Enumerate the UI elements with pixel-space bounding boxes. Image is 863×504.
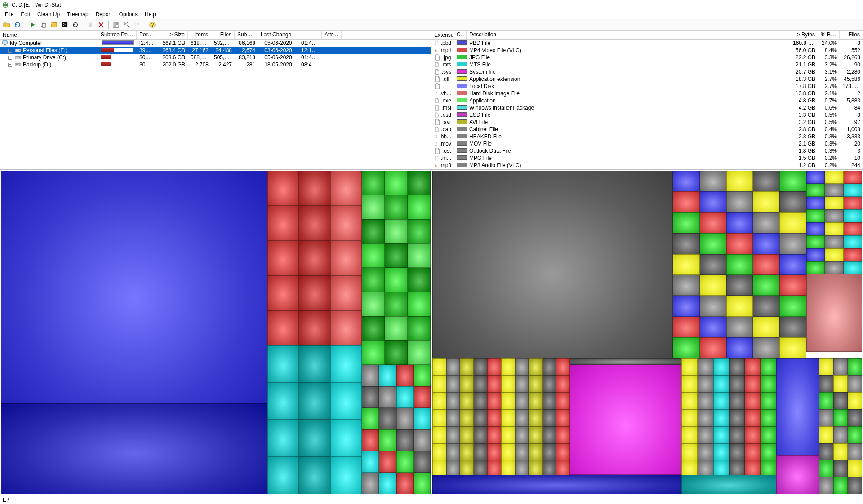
treemap-block[interactable] <box>299 310 330 345</box>
treemap-block[interactable] <box>681 375 697 392</box>
treemap-block[interactable] <box>515 392 529 409</box>
treemap-block[interactable] <box>385 316 408 340</box>
treemap-block[interactable] <box>848 443 862 460</box>
treemap-block[interactable] <box>806 184 825 197</box>
treemap-block[interactable] <box>362 451 379 473</box>
treemap-block[interactable] <box>385 292 408 316</box>
treemap-block[interactable] <box>414 386 431 408</box>
treemap-block[interactable] <box>362 473 379 494</box>
treemap-block[interactable] <box>385 340 408 365</box>
col-attributes[interactable]: Attri... <box>322 31 342 39</box>
treemap-block[interactable] <box>379 473 396 494</box>
treemap-block[interactable] <box>681 409 697 426</box>
treemap-block[interactable] <box>556 409 570 426</box>
treemap-block[interactable] <box>408 292 431 316</box>
treemap-block[interactable] <box>673 317 699 337</box>
treemap-block[interactable] <box>729 375 745 392</box>
treemap-block[interactable] <box>556 443 570 460</box>
treemap-block[interactable] <box>779 254 806 275</box>
treemap-block[interactable] <box>819 426 833 443</box>
treemap-block[interactable] <box>556 392 570 409</box>
expander-icon[interactable]: + <box>8 49 12 53</box>
treemap-block[interactable] <box>844 197 862 210</box>
treemap-block[interactable] <box>474 443 488 460</box>
treemap-block[interactable] <box>745 358 761 376</box>
treemap-block[interactable] <box>753 212 779 233</box>
col-name[interactable]: Name <box>0 31 98 39</box>
treemap-block[interactable] <box>267 457 299 494</box>
treemap-left[interactable] <box>1 171 431 494</box>
treemap-block[interactable] <box>267 420 299 457</box>
treemap-block[interactable] <box>267 383 299 420</box>
col-bytes-pct[interactable]: % By... <box>818 31 840 39</box>
treemap-block[interactable] <box>267 345 299 383</box>
treemap-block[interactable] <box>299 241 330 276</box>
treemap-block[interactable] <box>761 392 776 409</box>
treemap-block[interactable] <box>267 171 299 206</box>
col-bytes[interactable]: > Bytes <box>790 31 818 39</box>
treemap-block[interactable] <box>713 426 729 443</box>
treemap-block[interactable] <box>432 375 446 392</box>
treemap-block[interactable] <box>570 358 682 365</box>
treemap-block[interactable] <box>432 475 681 494</box>
treemap-block[interactable] <box>848 375 862 392</box>
treemap-block[interactable] <box>543 409 556 426</box>
ext-header[interactable]: Extensi... Col... Description > Bytes % … <box>432 31 863 40</box>
treemap-block[interactable] <box>396 365 414 386</box>
treemap-block[interactable] <box>299 383 330 420</box>
col-size[interactable]: > Size <box>157 31 188 39</box>
treemap-block[interactable] <box>848 477 862 494</box>
treemap-block[interactable] <box>330 171 362 206</box>
treemap-block[interactable] <box>779 212 806 233</box>
treemap-block[interactable] <box>844 261 862 274</box>
ext-row[interactable]: .hb...HBAKED File2.3 GB0.3%3,333 <box>432 133 863 140</box>
treemap-block[interactable] <box>844 184 862 197</box>
treemap-block[interactable] <box>543 375 556 392</box>
treemap-block[interactable] <box>543 358 556 376</box>
extension-list-pane[interactable]: Extensi... Col... Description > Bytes % … <box>432 31 863 169</box>
col-files[interactable]: Files <box>211 31 235 39</box>
treemap-block[interactable] <box>414 451 431 473</box>
treemap-block[interactable] <box>408 340 431 365</box>
treemap-block[interactable] <box>761 375 776 392</box>
ext-body[interactable]: .pbdPBD File160.8 GB24.0%3.mp4MP4 Video … <box>432 40 863 169</box>
col-last-change[interactable]: Last Change <box>258 31 322 39</box>
treemap-block[interactable] <box>726 254 753 275</box>
treemap-block[interactable] <box>385 243 408 268</box>
treemap-block[interactable] <box>844 235 862 248</box>
treemap-block[interactable] <box>848 426 862 443</box>
treemap-block[interactable] <box>700 337 726 358</box>
ext-row[interactable]: .dllApplication extension18.3 GB2.7%45,5… <box>432 75 863 83</box>
treemap-block[interactable] <box>779 233 806 254</box>
treemap-block[interactable] <box>460 443 474 460</box>
treemap-block[interactable] <box>673 212 699 233</box>
treemap-block[interactable] <box>330 420 362 457</box>
treemap-block[interactable] <box>396 429 414 451</box>
treemap-block[interactable] <box>556 375 570 392</box>
treemap-block[interactable] <box>761 409 776 426</box>
treemap-block[interactable] <box>432 392 446 409</box>
treemap-block[interactable] <box>570 365 682 475</box>
col-file-count[interactable]: Files <box>840 31 863 39</box>
zoom-in-icon[interactable] <box>122 20 132 30</box>
treemap-block[interactable] <box>698 443 713 460</box>
treemap-block[interactable] <box>776 455 819 494</box>
treemap-block[interactable] <box>330 345 362 383</box>
treemap-block[interactable] <box>745 409 761 426</box>
treemap-block[interactable] <box>396 473 414 494</box>
treemap-block[interactable] <box>673 275 699 296</box>
treemap-block[interactable] <box>806 222 825 235</box>
treemap-block[interactable] <box>673 296 699 316</box>
treemap-block[interactable] <box>806 209 825 222</box>
treemap-block[interactable] <box>515 358 529 376</box>
treemap-block[interactable] <box>299 206 330 241</box>
treemap-block[interactable] <box>700 275 726 296</box>
expander-icon[interactable]: + <box>8 63 12 67</box>
treemap-block[interactable] <box>362 408 379 429</box>
treemap-block[interactable] <box>460 375 474 392</box>
ext-row[interactable]: .vh...Hard Disk Image File13.8 GB2.1%2 <box>432 90 863 97</box>
treemap-block[interactable] <box>1 171 267 403</box>
treemap-block[interactable] <box>761 426 776 443</box>
treemap-block[interactable] <box>414 473 431 494</box>
menu-help[interactable]: Help <box>142 11 159 18</box>
